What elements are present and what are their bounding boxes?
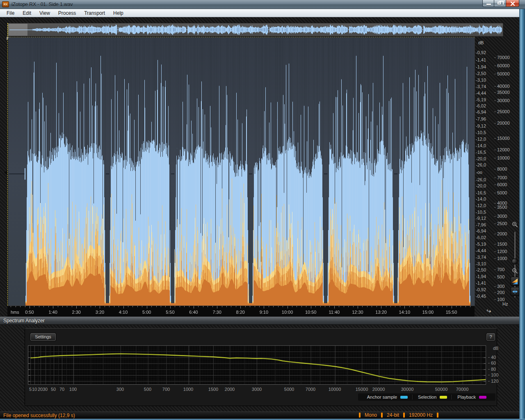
status-field: 192000 Hz: [409, 412, 433, 418]
menu-file[interactable]: File: [2, 9, 18, 17]
zoom-tool-column: [511, 37, 519, 306]
hz-scale-label: 1200: [494, 249, 507, 254]
hz-scale-label: 500: [494, 274, 504, 280]
x-axis-label: 10: [32, 387, 37, 392]
db-scale-label: -6,02: [476, 235, 486, 240]
menu-view[interactable]: View: [35, 9, 54, 17]
time-ruler[interactable]: [7, 306, 475, 317]
x-axis-label: 70: [59, 387, 64, 392]
menu-transport[interactable]: Transport: [80, 9, 109, 17]
db-scale-label: -7,96: [476, 116, 486, 122]
restore-icon: [498, 2, 501, 5]
db-scale-label: -5,19: [476, 97, 486, 103]
db-scale-label: -1,94: [476, 274, 486, 279]
overview-waveform[interactable]: [7, 23, 503, 37]
zoom-slider-thumb[interactable]: [511, 258, 518, 265]
db-scale-label: -4,44: [476, 90, 486, 96]
menu-process[interactable]: Process: [54, 9, 80, 17]
status-separator: [359, 413, 361, 418]
window-right-border: [519, 9, 525, 420]
db-scale-label: -6,02: [476, 103, 486, 109]
legend-swatch-icon: [479, 396, 486, 399]
frequency-scale[interactable]: 7000060000500004000035000300002500020000…: [493, 37, 511, 306]
db-scale-label: -4,44: [476, 248, 486, 253]
x-axis-label: 2000: [225, 387, 235, 392]
x-axis-label: 1500: [208, 387, 218, 392]
hz-scale-label: 700: [494, 267, 504, 272]
legend-swatch-icon: [400, 396, 408, 399]
db-scale-label: -1,94: [476, 64, 486, 70]
x-axis-label: 5: [29, 387, 32, 392]
spectrum-x-axis: 5102030507010030050070010001500200030005…: [28, 387, 486, 393]
x-axis-label: 300: [116, 387, 124, 392]
hz-scale-label: 1000: [494, 256, 507, 261]
minimize-button[interactable]: [482, 0, 494, 7]
zoom-in-icon[interactable]: [512, 221, 518, 228]
hz-scale-label: 8000: [494, 166, 507, 172]
legend-item: Anchor sample: [362, 395, 413, 399]
menu-bar: File Edit View Process Transport Help: [0, 9, 525, 17]
spectrogram-waveform-toggle-button[interactable]: [511, 277, 519, 286]
close-button[interactable]: [506, 0, 519, 7]
db-scale-label: -1,41: [476, 280, 486, 286]
x-axis-label: 50: [51, 387, 56, 392]
menu-edit[interactable]: Edit: [18, 9, 35, 17]
overview-selection-line: [7, 23, 8, 37]
selection-start-line[interactable]: [7, 37, 8, 306]
title-bar[interactable]: RX iZotope RX - 01. Side 1.wav: [0, 0, 525, 9]
db-scale-label: -20,0: [476, 183, 486, 189]
hz-scale-label: 5000: [494, 190, 507, 196]
fit-horizontal-button[interactable]: [511, 287, 519, 296]
settings-button[interactable]: Settings: [30, 333, 56, 341]
hz-scale-label: 2000: [494, 231, 507, 237]
horizontal-arrows-icon: [511, 288, 519, 296]
x-axis-label: 500: [144, 387, 151, 392]
db-scale-label: -7,96: [476, 222, 486, 228]
hz-scale-label: 7000: [494, 175, 507, 180]
close-icon: [510, 1, 515, 6]
spectrum-analyzer-titlebar[interactable]: Spectrum Analyzer: [0, 317, 519, 325]
db-scale-label: -6,94: [476, 109, 486, 115]
spectrogram-waveform-display[interactable]: [8, 37, 475, 306]
db-scale-label: -26,0: [476, 177, 486, 183]
hz-scale-label: 20000: [494, 120, 510, 126]
spectrum-y-axis: dB406080100120: [487, 345, 504, 386]
zoom-out-icon[interactable]: [512, 268, 518, 274]
frequency-scale-footer: Hz: [502, 301, 508, 306]
hz-scale-label: 35000: [494, 89, 510, 95]
amplitude-scale[interactable]: dB-0,92-1,41-1,94-2,50-3,10-3,74-4,44-5,…: [475, 37, 493, 306]
status-separator: [437, 413, 438, 418]
db-scale-label: -10,5: [476, 130, 486, 135]
db-scale-label: -3,10: [476, 77, 486, 83]
center-line-marker: [4, 171, 7, 175]
db-scale-label: -12,0: [476, 203, 486, 208]
spectrum-plot: [28, 345, 486, 385]
db-scale-label: -9,12: [476, 215, 486, 221]
spectrum-db-header: dB: [493, 345, 498, 351]
db-scale-label: -16,5: [476, 190, 486, 196]
spectrum-db-label: 80: [488, 366, 496, 372]
hz-scale-label: 70000: [494, 55, 510, 60]
hz-scale-label: 50000: [494, 71, 510, 77]
db-scale-label: -oo: [476, 169, 482, 175]
hz-scale-label: 3000: [494, 213, 507, 219]
db-scale-label: -3,10: [476, 261, 486, 267]
window-title: iZotope RX - 01. Side 1.wav: [11, 2, 73, 7]
db-scale-label: -0,92: [476, 287, 486, 292]
x-axis-label: 70000: [456, 387, 469, 392]
x-axis-label: 5000: [284, 387, 294, 392]
spectrum-legend: Anchor sampleSelectionPlayback: [358, 393, 495, 401]
restore-button[interactable]: [494, 0, 506, 7]
help-button[interactable]: ?: [486, 333, 495, 341]
spectrum-db-label: 60: [488, 360, 496, 366]
menu-help[interactable]: Help: [109, 9, 128, 17]
db-scale-label: -0,45: [476, 293, 486, 299]
x-axis-label: 50000: [435, 387, 448, 392]
db-scale-label: -20,0: [476, 156, 486, 162]
status-field: Mono: [365, 412, 377, 418]
status-field: 24-bit: [387, 412, 399, 418]
db-scale-label: -6,94: [476, 228, 486, 234]
hz-scale-label: 60000: [494, 63, 510, 68]
amplitude-scale-header: dB: [478, 40, 484, 45]
db-scale-label: -14,0: [476, 143, 486, 148]
